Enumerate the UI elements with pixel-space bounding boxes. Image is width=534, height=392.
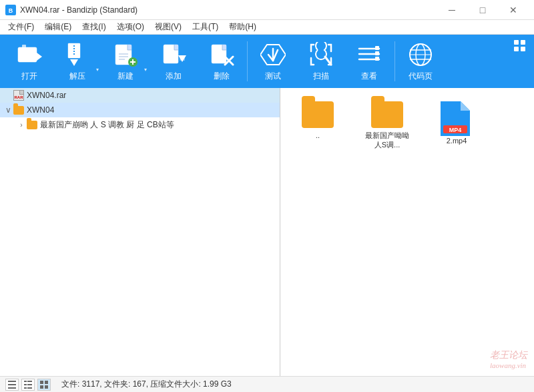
file-label-mp4: 2.mp4 (447, 136, 467, 145)
svg-rect-62 (24, 387, 27, 389)
menu-bar: 文件(F) 编辑(E) 查找(I) 选项(O) 视图(V) 工具(T) 帮助(H… (0, 20, 534, 35)
tree-item-rar[interactable]: RAR XWN04.rar (0, 88, 280, 103)
status-view-icons (5, 379, 51, 391)
svg-marker-26 (222, 45, 226, 50)
menu-edit[interactable]: 编辑(E) (39, 20, 77, 34)
scan-icon (308, 41, 334, 68)
view-icon (356, 41, 382, 68)
svg-rect-65 (45, 381, 48, 384)
open-label: 打开 (21, 71, 37, 82)
new-label: 新建 (117, 71, 134, 82)
icon-view-button[interactable] (37, 379, 51, 391)
extract-button[interactable]: 解压 ▾ (53, 37, 101, 86)
svg-rect-50 (521, 47, 525, 51)
delete-button[interactable]: 删除 (198, 37, 246, 86)
svg-rect-4 (22, 45, 26, 49)
view-label: 查看 (361, 71, 377, 82)
app-icon: B (5, 5, 16, 15)
add-label: 添加 (166, 71, 182, 82)
new-icon (112, 41, 139, 68)
toolbar-separator-1 (247, 41, 248, 81)
open-button[interactable]: 打开 (5, 37, 53, 86)
delete-label: 删除 (214, 71, 230, 82)
minimize-button[interactable]: ─ (437, 0, 467, 20)
svg-rect-63 (27, 387, 32, 389)
menu-options[interactable]: 选项(O) (111, 20, 150, 34)
tree-panel: RAR XWN04.rar ∨ XWN04 › 最新国产崩哟 人 S 调教 厨 … (0, 88, 280, 376)
delete-icon (208, 41, 235, 68)
tree-item-subfolder[interactable]: › 最新国产崩哟 人 S 调教 厨 足 CB站等 (0, 117, 280, 132)
tree-item-xwn04[interactable]: ∨ XWN04 (0, 103, 280, 117)
svg-rect-2 (18, 47, 37, 62)
svg-rect-64 (40, 381, 43, 384)
detail-view-button[interactable] (21, 379, 35, 391)
watermark-line2: laowang.vin (490, 361, 527, 369)
rar-file-icon: RAR (13, 90, 24, 101)
svg-rect-67 (45, 385, 48, 389)
menu-tools[interactable]: 工具(T) (187, 20, 224, 34)
svg-rect-57 (8, 387, 16, 389)
extract-label: 解压 (69, 71, 85, 82)
svg-rect-49 (514, 47, 519, 51)
extract-arrow-icon: ▾ (96, 67, 99, 73)
menu-view[interactable]: 视图(V) (150, 20, 187, 34)
tree-label-xwn04: XWN04 (27, 105, 54, 115)
codepage-button[interactable]: 代码页 (396, 37, 445, 86)
tree-toggle-xwn04: ∨ (3, 105, 13, 115)
status-bar: 文件: 3117, 文件夹: 167, 压缩文件大小: 1.99 G3 (0, 376, 534, 392)
toolbar-separator-2 (394, 41, 395, 81)
svg-rect-40 (375, 51, 379, 55)
menu-help[interactable]: 帮助(H) (224, 20, 262, 34)
folder-icon-sub (27, 121, 37, 129)
svg-rect-41 (375, 57, 379, 61)
maximize-button[interactable]: □ (467, 0, 498, 20)
svg-rect-60 (24, 384, 27, 385)
main-area: RAR XWN04.rar ∨ XWN04 › 最新国产崩哟 人 S 调教 厨 … (0, 88, 534, 376)
scan-button[interactable]: 扫描 (297, 37, 345, 86)
folder-icon-main (371, 101, 403, 128)
codepage-label: 代码页 (409, 71, 433, 82)
menu-file[interactable]: 文件(F) (3, 20, 39, 34)
view-button[interactable]: 查看 (345, 37, 393, 86)
test-label: 测试 (265, 71, 281, 82)
svg-rect-58 (24, 381, 27, 382)
scan-label: 扫描 (313, 71, 329, 82)
svg-marker-20 (174, 45, 178, 50)
file-item-nav-up[interactable]: .. (291, 99, 344, 143)
mp4-icon: MP4 (441, 101, 473, 133)
folder-icon-nav-up (302, 101, 334, 128)
svg-marker-8 (70, 59, 78, 66)
close-button[interactable]: ✕ (498, 0, 529, 20)
file-label-main-folder: 最新国产呦呦人S调... (363, 131, 411, 150)
title-bar: B XWN04.rar - Bandizip (Standard) ─ □ ✕ (0, 0, 534, 20)
add-icon (160, 41, 187, 68)
svg-text:B: B (9, 7, 13, 14)
menu-find[interactable]: 查找(I) (77, 20, 111, 34)
toolbar: 打开 解压 ▾ (0, 35, 534, 88)
file-item-mp4[interactable]: MP4 2.mp4 (430, 99, 483, 148)
svg-rect-56 (8, 384, 16, 385)
new-button[interactable]: 新建 ▾ (101, 37, 150, 86)
add-button[interactable]: 添加 (150, 37, 198, 86)
new-arrow-icon: ▾ (144, 67, 147, 73)
tree-label-rar: XWN04.rar (27, 91, 66, 100)
window-title: XWN04.rar - Bandizip (Standard) (20, 5, 437, 15)
file-item-main-folder[interactable]: 最新国产呦呦人S调... (360, 99, 414, 153)
tree-label-sub: 最新国产崩哟 人 S 调教 厨 足 CB站等 (40, 119, 174, 131)
watermark-line1: 老王论坛 (490, 349, 527, 361)
svg-rect-61 (27, 384, 32, 385)
grid-view-button[interactable] (514, 35, 529, 52)
extract-icon (64, 41, 91, 68)
window-controls: ─ □ ✕ (437, 0, 529, 20)
codepage-icon (407, 41, 434, 68)
folder-icon-xwn04 (13, 106, 24, 115)
list-view-button[interactable] (5, 379, 19, 391)
svg-rect-55 (8, 381, 16, 382)
file-label-nav-up: .. (316, 131, 320, 140)
svg-rect-66 (40, 385, 43, 389)
tree-toggle-sub: › (16, 121, 27, 129)
test-button[interactable]: 测试 (249, 37, 297, 86)
svg-rect-48 (521, 40, 525, 45)
svg-marker-10 (127, 45, 131, 50)
svg-rect-47 (514, 40, 519, 45)
